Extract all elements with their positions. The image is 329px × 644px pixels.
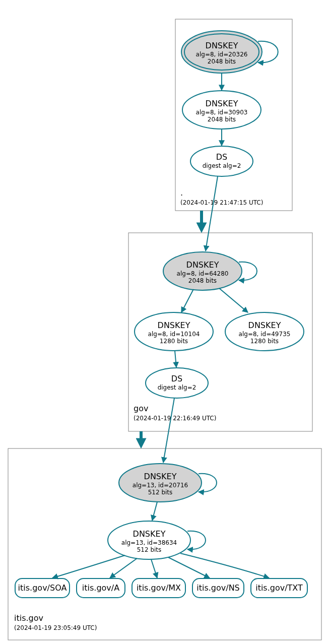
edge-gov-zsk1-to-ds xyxy=(175,351,176,367)
edge-gov-ksk-to-zsk2 xyxy=(219,288,248,312)
node-gov-ksk-line3: 2048 bits xyxy=(188,277,217,284)
node-gov-zsk1: DNSKEY alg=8, id=10104 1280 bits xyxy=(135,312,213,351)
node-itis-ksk-line2: alg=13, id=20716 xyxy=(133,482,188,489)
node-root-ksk-line3: 2048 bits xyxy=(208,58,236,65)
node-rr-mx-title: itis.gov/MX xyxy=(137,583,181,593)
node-root-ksk: DNSKEY alg=8, id=20326 2048 bits xyxy=(181,31,262,73)
node-root-zsk-line3: 2048 bits xyxy=(208,116,236,123)
node-gov-zsk2-title: DNSKEY xyxy=(248,320,281,330)
node-root-ds: DS digest alg=2 xyxy=(190,146,253,176)
node-root-zsk: DNSKEY alg=8, id=30903 2048 bits xyxy=(182,91,261,129)
node-itis-ksk-line3: 512 bits xyxy=(148,489,173,496)
node-gov-zsk2-line3: 1280 bits xyxy=(250,338,279,345)
node-itis-zsk-line3: 512 bits xyxy=(137,546,162,553)
zone-gov-timestamp: (2024-01-19 22:16:49 UTC) xyxy=(134,415,216,422)
edge-itis-zsk-to-a xyxy=(110,558,137,578)
node-rr-soa: itis.gov/SOA xyxy=(15,578,70,598)
node-root-zsk-title: DNSKEY xyxy=(206,99,238,108)
node-gov-zsk1-title: DNSKEY xyxy=(158,320,190,330)
node-rr-txt-title: itis.gov/TXT xyxy=(255,583,303,593)
node-gov-zsk1-line2: alg=8, id=10104 xyxy=(148,331,200,338)
node-itis-zsk-title: DNSKEY xyxy=(133,529,166,539)
zone-itis-label: itis.gov xyxy=(14,613,43,623)
node-gov-ds-title: DS xyxy=(171,374,182,383)
edge-itis-zsk-to-mx xyxy=(151,559,157,578)
node-gov-ds: DS digest alg=2 xyxy=(146,368,208,398)
node-gov-ksk: DNSKEY alg=8, id=64280 2048 bits xyxy=(163,252,242,290)
zone-itis-timestamp: (2024-01-19 23:05:49 UTC) xyxy=(14,624,97,631)
node-rr-a: itis.gov/A xyxy=(77,578,125,598)
node-root-ds-line2: digest alg=2 xyxy=(203,162,241,169)
node-rr-mx: itis.gov/MX xyxy=(132,578,185,598)
node-gov-zsk2-line2: alg=8, id=49735 xyxy=(239,331,291,338)
node-gov-ds-line2: digest alg=2 xyxy=(158,384,196,391)
edge-gov-ds-to-itis-ksk xyxy=(163,398,174,463)
node-itis-ksk-title: DNSKEY xyxy=(144,472,177,481)
edge-root-ds-to-gov-ksk xyxy=(206,176,218,251)
zone-root-timestamp: (2024-01-19 21:47:15 UTC) xyxy=(180,199,263,206)
node-gov-ksk-title: DNSKEY xyxy=(186,260,219,270)
node-root-ds-title: DS xyxy=(216,152,227,162)
node-itis-zsk: DNSKEY alg=13, id=38634 512 bits xyxy=(108,521,190,559)
zone-gov-label: gov xyxy=(134,404,148,413)
node-rr-soa-title: itis.gov/SOA xyxy=(18,583,67,593)
node-rr-ns: itis.gov/NS xyxy=(192,578,244,598)
edge-itis-zsk-to-ns xyxy=(168,557,210,578)
node-root-ksk-line2: alg=8, id=20326 xyxy=(196,51,248,58)
edge-gov-ksk-to-zsk1 xyxy=(181,289,193,312)
zone-root-label: . xyxy=(180,188,183,198)
node-root-ksk-title: DNSKEY xyxy=(206,41,238,50)
edge-itis-ksk-to-zsk xyxy=(152,502,157,521)
node-rr-a-title: itis.gov/A xyxy=(82,583,119,593)
node-root-zsk-line2: alg=8, id=30903 xyxy=(196,109,248,116)
node-gov-zsk2: DNSKEY alg=8, id=49735 1280 bits xyxy=(225,312,304,351)
node-itis-zsk-line2: alg=13, id=38634 xyxy=(121,539,177,546)
node-gov-ksk-line2: alg=8, id=64280 xyxy=(177,270,229,277)
edge-itis-zsk-to-txt xyxy=(180,553,269,578)
node-gov-zsk1-line3: 1280 bits xyxy=(160,338,188,345)
node-rr-txt: itis.gov/TXT xyxy=(251,578,307,598)
node-itis-ksk: DNSKEY alg=13, id=20716 512 bits xyxy=(119,464,202,502)
node-rr-ns-title: itis.gov/NS xyxy=(196,583,240,593)
